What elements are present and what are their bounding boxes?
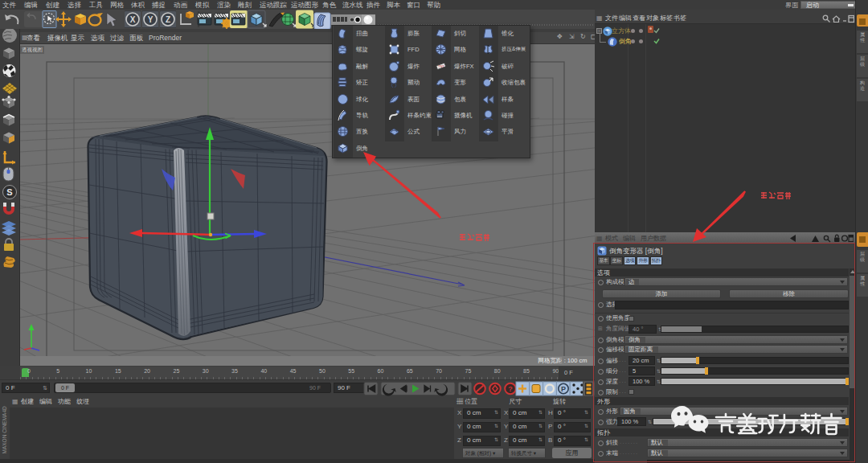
svg-text:Y: Y bbox=[148, 15, 154, 24]
svg-text:TNT: TNT bbox=[438, 64, 444, 68]
svg-text:?: ? bbox=[508, 385, 513, 393]
svg-text:X: X bbox=[130, 15, 136, 24]
svg-text:S: S bbox=[6, 187, 12, 197]
svg-text:P: P bbox=[561, 385, 566, 393]
svg-text:Z: Z bbox=[166, 15, 170, 24]
